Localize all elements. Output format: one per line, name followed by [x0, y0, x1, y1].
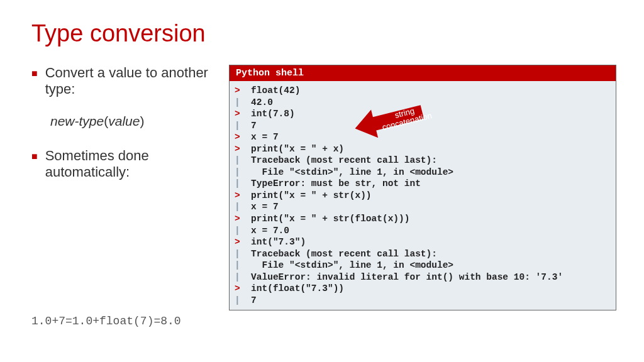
pipe-icon: |: [235, 226, 251, 236]
bottom-note: 1.0+7=1.0+float(7)=8.0: [31, 315, 181, 327]
bullet-2-text: Sometimes done automatically:: [45, 148, 214, 180]
slide-title: Type conversion: [0, 0, 644, 47]
pipe-icon: |: [235, 249, 251, 259]
syntax-expression: new-type(value): [31, 114, 214, 129]
shell-line-text: 7: [251, 121, 257, 131]
pipe-icon: |: [235, 178, 251, 189]
shell-line-text: int(float("7.3")): [251, 283, 344, 293]
prompt-icon: >: [235, 283, 251, 293]
pipe-icon: |: [235, 260, 251, 270]
shell-line-text: ValueError: invalid literal for int() wi…: [251, 272, 563, 282]
pipe-icon: |: [235, 202, 251, 212]
shell-line-text: 7: [251, 295, 257, 305]
prompt-icon: >: [235, 85, 251, 96]
prompt-icon: >: [235, 144, 251, 154]
shell-line: | File "<stdin>", line 1, in <module>: [235, 260, 611, 272]
shell-line-text: 42.0: [251, 97, 273, 107]
shell-body: string concatenation > float(42)| 42.0> …: [230, 81, 616, 310]
bullet-icon: ■: [31, 68, 38, 97]
content-area: ■ Convert a value to another type: new-t…: [0, 47, 644, 310]
shell-line-text: x = 7.0: [251, 226, 289, 236]
shell-line: | x = 7: [235, 201, 611, 213]
shell-line: | 7: [235, 120, 611, 132]
shell-line: > float(42): [235, 85, 611, 97]
shell-line: > int("7.3"): [235, 236, 611, 248]
prompt-icon: >: [235, 109, 251, 119]
pipe-icon: |: [235, 97, 251, 107]
pipe-icon: |: [235, 272, 251, 282]
bullet-1: ■ Convert a value to another type:: [31, 65, 214, 97]
shell-line: > print("x = " + x): [235, 143, 611, 155]
shell-line-text: TypeError: must be str, not int: [251, 178, 421, 189]
shell-line-text: Traceback (most recent call last):: [251, 249, 437, 259]
shell-line-text: print("x = " + x): [251, 144, 344, 154]
shell-line: > int(float("7.3")): [235, 283, 611, 295]
shell-line: | 42.0: [235, 97, 611, 109]
shell-line: > print("x = " + str(x)): [235, 190, 611, 202]
shell-line: | Traceback (most recent call last):: [235, 155, 611, 167]
shell-line-text: int("7.3"): [251, 237, 306, 247]
shell-line-text: x = 7: [251, 202, 279, 212]
prompt-icon: >: [235, 132, 251, 142]
prompt-icon: >: [235, 237, 251, 247]
pipe-icon: |: [235, 121, 251, 131]
shell-line: | File "<stdin>", line 1, in <module>: [235, 167, 611, 178]
shell-line: | ValueError: invalid literal for int() …: [235, 272, 611, 283]
bullet-1-text: Convert a value to another type:: [45, 65, 214, 97]
prompt-icon: >: [235, 190, 251, 200]
shell-line: | x = 7.0: [235, 225, 611, 237]
left-column: ■ Convert a value to another type: new-t…: [31, 65, 214, 310]
pipe-icon: |: [235, 295, 251, 305]
shell-line: > print("x = " + str(float(x))): [235, 213, 611, 225]
syntax-type: new-type: [50, 114, 104, 128]
shell-line-text: File "<stdin>", line 1, in <module>: [251, 167, 453, 177]
bullet-2: ■ Sometimes done automatically:: [31, 148, 214, 180]
shell-line: | TypeError: must be str, not int: [235, 178, 611, 190]
shell-header: Python shell: [230, 65, 616, 81]
shell-line-text: File "<stdin>", line 1, in <module>: [251, 260, 453, 270]
shell-line-text: x = 7: [251, 132, 279, 142]
shell-line-text: print("x = " + str(float(x))): [251, 214, 409, 224]
prompt-icon: >: [235, 214, 251, 224]
paren-close: ): [140, 114, 144, 128]
pipe-icon: |: [235, 155, 251, 165]
python-shell-panel: Python shell string concatenation > floa…: [229, 65, 616, 310]
bullet-icon: ■: [31, 151, 38, 180]
shell-line-text: int(7.8): [251, 109, 295, 119]
shell-line: | Traceback (most recent call last):: [235, 248, 611, 260]
shell-line: > x = 7: [235, 131, 611, 143]
shell-line-text: Traceback (most recent call last):: [251, 155, 437, 165]
pipe-icon: |: [235, 167, 251, 177]
syntax-arg: value: [108, 114, 140, 128]
shell-line-text: float(42): [251, 85, 300, 96]
shell-line-text: print("x = " + str(x)): [251, 190, 371, 200]
shell-line: | 7: [235, 295, 611, 307]
shell-line: > int(7.8): [235, 108, 611, 120]
